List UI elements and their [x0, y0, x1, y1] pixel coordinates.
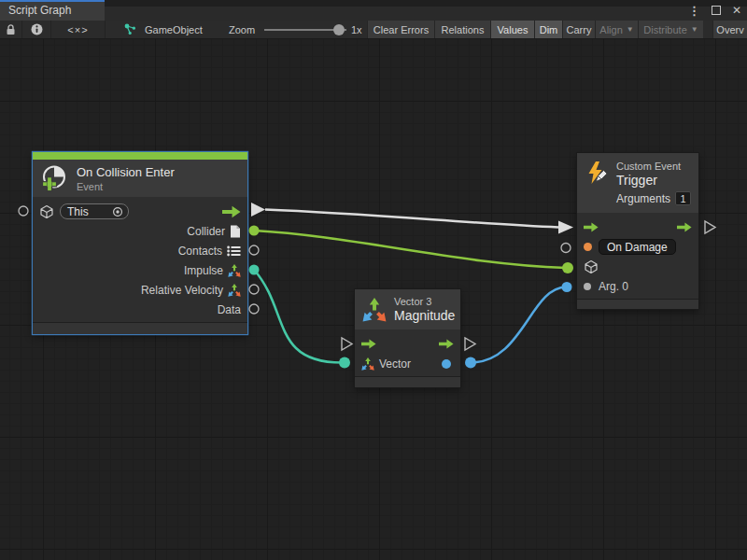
event-name-in-port[interactable]	[561, 244, 571, 253]
on-collision-enter-icon	[40, 164, 68, 192]
relative-velocity-port[interactable]	[249, 285, 259, 294]
distribute-button[interactable]: Distribute▼	[638, 21, 703, 38]
node-subtitle: Event	[77, 181, 175, 192]
align-button[interactable]: Align▼	[595, 21, 638, 38]
chevron-down-icon: ▼	[627, 25, 634, 34]
wire-flow[interactable]	[265, 210, 558, 228]
node-header: Vector 3 Magnitude	[355, 289, 460, 329]
target-in-port[interactable]	[19, 206, 28, 216]
event-name-port[interactable]	[584, 243, 592, 251]
wire-flow-arrowhead	[558, 221, 573, 234]
node-on-collision-enter[interactable]: On Collision Enter Event This Collider	[33, 152, 247, 334]
dim-button[interactable]: Dim	[534, 21, 562, 38]
impulse-port[interactable]	[249, 265, 260, 275]
magnitude-flow-in-port[interactable]	[342, 338, 352, 350]
node-body: Vector	[355, 329, 460, 376]
values-button[interactable]: Values	[490, 21, 534, 38]
close-icon[interactable]: ✕	[732, 4, 741, 17]
event-color-bar	[33, 152, 247, 160]
zoom-slider-handle[interactable]	[333, 24, 345, 35]
object-picker-icon[interactable]	[112, 206, 123, 217]
script-graph-window: Script Graph ⋮ ✕ <×> GameObject Zoom 1x	[0, 0, 747, 560]
flow-out-arrow-icon	[439, 339, 454, 349]
node-header: Custom Event Trigger Arguments 1	[577, 153, 698, 213]
port-label-vector: Vector	[379, 357, 411, 371]
magnitude-flow-out-port[interactable]	[465, 338, 475, 350]
port-label-contacts: Contacts	[178, 245, 222, 258]
node-header: On Collision Enter Event	[33, 160, 247, 197]
graph-canvas[interactable]: On Collision Enter Event This Collider	[0, 39, 747, 560]
tab-well	[0, 7, 747, 21]
trigger-flow-out-port[interactable]	[705, 221, 715, 233]
node-body: This Collider Contacts Impulse Relative …	[33, 197, 247, 322]
node-body: On Damage Arg. 0	[577, 213, 698, 299]
overview-button[interactable]: Overv	[712, 21, 747, 38]
port-label-impulse: Impulse	[184, 264, 223, 277]
arg0-in-port[interactable]	[562, 282, 572, 292]
node-title: Magnitude	[394, 309, 455, 323]
wire-impulse[interactable]	[254, 270, 342, 363]
flow-out-arrow-icon	[222, 205, 241, 218]
flow-out-port[interactable]	[251, 203, 265, 217]
node-title: On Collision Enter	[77, 165, 175, 179]
code-icon: <×>	[67, 24, 88, 35]
flow-in-arrow-icon	[361, 339, 376, 349]
window-controls: ⋮ ✕	[688, 0, 741, 21]
graph-toolbar: <×> GameObject Zoom 1x Clear Errors Rela…	[0, 21, 747, 39]
info-icon	[31, 23, 43, 35]
tab-title: Script Graph	[8, 4, 71, 17]
zoom-label: Zoom	[229, 21, 255, 38]
kebab-menu-icon[interactable]: ⋮	[688, 4, 700, 18]
titlebar: Script Graph ⋮ ✕	[0, 0, 747, 21]
vector3-icon	[228, 264, 241, 277]
port-label-data: Data	[218, 303, 241, 316]
float-output-port[interactable]	[442, 359, 451, 369]
port-label-relative-velocity: Relative Velocity	[141, 284, 223, 297]
lock-button[interactable]	[0, 21, 22, 38]
maximize-icon[interactable]	[712, 6, 721, 15]
data-port[interactable]	[249, 304, 259, 314]
gameobject-icon	[123, 21, 137, 38]
zoom-value: 1x	[351, 21, 362, 38]
event-name-field[interactable]: On Damage	[599, 239, 676, 255]
custom-event-icon	[585, 161, 609, 185]
contacts-port[interactable]	[249, 245, 259, 255]
tab-script-graph[interactable]: Script Graph	[0, 0, 105, 21]
arguments-count-field[interactable]: 1	[675, 191, 691, 205]
gameobject-in-port[interactable]	[562, 262, 573, 273]
relations-button[interactable]: Relations	[434, 21, 490, 38]
arg0-port[interactable]	[584, 283, 591, 290]
vector3-icon	[362, 298, 387, 322]
clear-errors-button[interactable]: Clear Errors	[367, 21, 434, 38]
node-footer	[577, 299, 698, 309]
node-category: Custom Event	[616, 161, 691, 173]
flow-out-arrow-icon	[677, 222, 692, 232]
wire-collider[interactable]	[254, 231, 566, 268]
gameobject-cube-icon	[39, 204, 54, 219]
code-view-button[interactable]: <×>	[51, 21, 106, 38]
contacts-list-icon	[227, 245, 241, 257]
magnitude-out-port[interactable]	[465, 357, 476, 369]
target-object-field[interactable]: This	[60, 203, 129, 219]
carry-button[interactable]: Carry	[562, 21, 595, 38]
node-footer	[355, 376, 460, 387]
gameobject-label[interactable]: GameObject	[145, 21, 203, 38]
vector3-icon	[228, 284, 241, 297]
node-trigger-custom-event[interactable]: Custom Event Trigger Arguments 1 On Dama…	[577, 153, 698, 309]
collider-port[interactable]	[249, 226, 260, 236]
collider-file-icon	[230, 225, 241, 238]
wire-magnitude[interactable]	[471, 287, 566, 363]
chevron-down-icon: ▼	[691, 25, 698, 34]
node-footer	[33, 322, 247, 334]
node-title: Trigger	[616, 174, 691, 188]
gameobject-cube-icon	[584, 259, 599, 274]
vector3-icon	[361, 357, 374, 371]
flow-in-arrow-icon	[584, 222, 599, 232]
vector-in-port[interactable]	[339, 357, 350, 369]
lock-icon	[6, 24, 16, 35]
port-label-arg0: Arg. 0	[599, 280, 628, 293]
info-button[interactable]	[22, 21, 51, 38]
node-category: Vector 3	[394, 296, 455, 308]
port-label-collider: Collider	[187, 225, 225, 238]
node-magnitude[interactable]: Vector 3 Magnitude Vector	[355, 289, 460, 387]
